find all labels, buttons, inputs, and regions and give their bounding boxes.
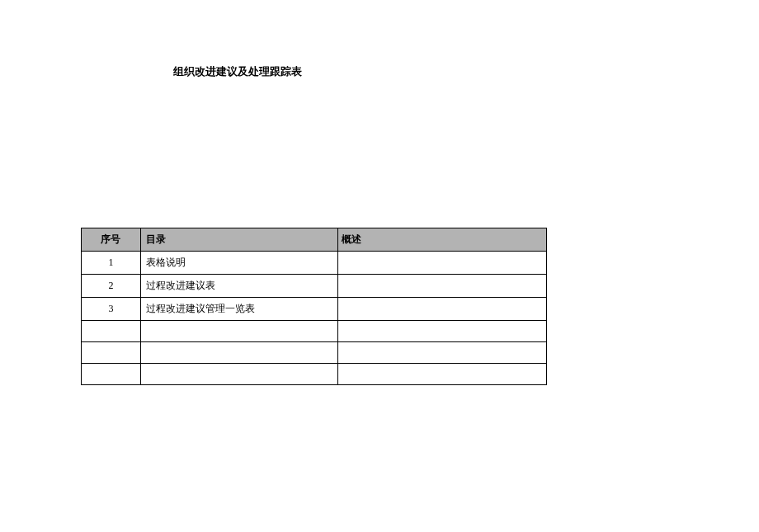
cell-desc [338,252,547,275]
cell-dir: 过程改进建议管理一览表 [140,298,338,321]
cell-seq [82,342,141,364]
cell-desc [338,342,547,364]
table-row: 2 过程改进建议表 [82,275,547,298]
cell-seq [82,364,141,385]
header-desc: 概述 [338,228,547,252]
table-row [82,321,547,342]
toc-table: 序号 目录 概述 1 表格说明 2 过程改进建议表 3 过程改进建议管理一览表 [81,228,547,385]
table-row: 3 过程改进建议管理一览表 [82,298,547,321]
document-title: 组织改进建议及处理跟踪表 [173,64,302,79]
header-dir: 目录 [140,228,338,252]
cell-dir [140,321,338,342]
cell-desc [338,275,547,298]
cell-seq: 1 [82,252,141,275]
cell-dir [140,364,338,385]
header-seq: 序号 [82,228,141,252]
cell-dir: 表格说明 [140,252,338,275]
table-header-row: 序号 目录 概述 [82,228,547,252]
cell-dir [140,342,338,364]
cell-desc [338,298,547,321]
cell-desc [338,321,547,342]
cell-desc [338,364,547,385]
toc-table-container: 序号 目录 概述 1 表格说明 2 过程改进建议表 3 过程改进建议管理一览表 [81,228,547,385]
table-row [82,364,547,385]
cell-seq: 2 [82,275,141,298]
table-row [82,342,547,364]
table-row: 1 表格说明 [82,252,547,275]
cell-seq: 3 [82,298,141,321]
cell-seq [82,321,141,342]
cell-dir: 过程改进建议表 [140,275,338,298]
